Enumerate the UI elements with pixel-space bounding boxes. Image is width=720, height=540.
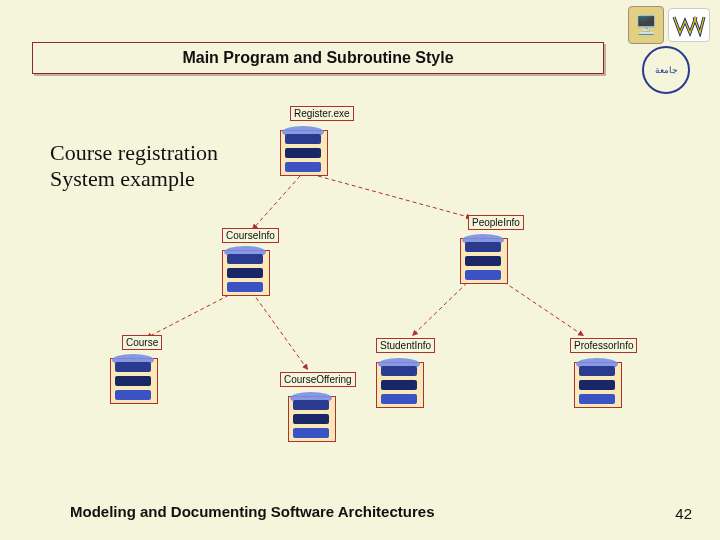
node-register-label: Register.exe bbox=[290, 106, 354, 121]
diagram-arrows bbox=[0, 0, 720, 540]
node-peopleinfo-label: PeopleInfo bbox=[468, 215, 524, 230]
node-courseoffering-label: CourseOffering bbox=[280, 372, 356, 387]
arrow-peopleinfo-to-professor bbox=[498, 278, 584, 336]
arrow-courseinfo-to-offering bbox=[252, 292, 308, 370]
module-professorinfo-icon bbox=[572, 356, 622, 406]
module-peopleinfo-icon bbox=[458, 232, 508, 282]
module-courseoffering-icon bbox=[286, 390, 336, 440]
module-course-icon bbox=[108, 352, 158, 402]
module-courseinfo-icon bbox=[220, 244, 270, 294]
arrow-peopleinfo-to-student bbox=[412, 278, 472, 336]
arrow-register-to-peopleinfo bbox=[318, 176, 472, 218]
arrow-register-to-courseinfo bbox=[252, 176, 300, 230]
arrow-courseinfo-to-course bbox=[146, 292, 235, 338]
module-studentinfo-icon bbox=[374, 356, 424, 406]
module-register-icon bbox=[278, 124, 328, 174]
node-studentinfo-label: StudentInfo bbox=[376, 338, 435, 353]
node-course-label: Course bbox=[122, 335, 162, 350]
node-professorinfo-label: ProfessorInfo bbox=[570, 338, 637, 353]
node-courseinfo-label: CourseInfo bbox=[222, 228, 279, 243]
